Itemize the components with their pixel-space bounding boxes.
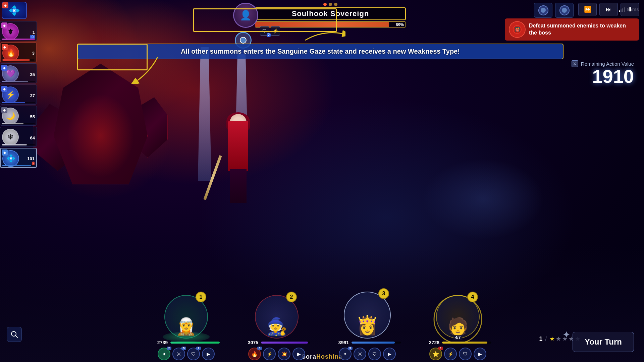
member-3-hp-value: 3991 [334, 340, 349, 345]
party-number-4: 4 [467, 292, 478, 302]
char-legs [230, 169, 247, 203]
boss-status-row: 🛡 2 ⚡ [260, 26, 280, 36]
skill-3-1-count: 5 [348, 347, 353, 350]
char-list-item-2[interactable]: 🗡 ◆ 1 0 [0, 21, 37, 41]
arrow-annotation-1 [302, 27, 345, 44]
skill-1-4[interactable]: ▶ [202, 348, 215, 360]
phase-dot-2 [329, 3, 332, 6]
auto-icon-btn[interactable] [534, 3, 552, 18]
member-1-hp-value: 2739 [153, 340, 168, 345]
action-value-icon: ⚔ [572, 60, 578, 67]
skill-1-2[interactable]: ⚔ 5 [172, 348, 185, 360]
your-turn-text: Your Turn [585, 337, 622, 346]
action-value-panel: ⚔ Remaining Action Value 1910 [572, 60, 634, 86]
member-1-aura [163, 332, 210, 342]
star-separator: / [545, 336, 547, 342]
nav-icons-group [534, 3, 574, 18]
boss-phase-dots [255, 3, 406, 6]
skip-btn[interactable]: ⏭ [599, 3, 618, 16]
skill-2-4[interactable]: ▶ [292, 348, 305, 360]
member-2-hp: 3075 [243, 340, 310, 345]
skill-3-2[interactable]: ⚔ [354, 348, 366, 360]
skill-4-1[interactable]: ⭐ 1 [429, 348, 442, 360]
sparkle-icon: ✦ [562, 329, 570, 340]
skill-4-2[interactable]: ⚡ [444, 348, 457, 360]
star-1: ★ [549, 335, 555, 343]
party-member-4[interactable]: 4 🧑 4/7 3728 [413, 295, 503, 345]
skill-1-1[interactable]: ✦ 2 [158, 348, 170, 360]
boss-header: 👤 Soulhook Sovereign 89% 🛡 2 ⚡ [238, 3, 406, 27]
skill-2-2[interactable]: ⚡ [263, 348, 276, 360]
pause-btn[interactable]: ⏸ [621, 3, 639, 16]
boss-info-panel: Soulhook Sovereign 89% [255, 3, 406, 27]
member-4-portrait-wrap: 4 🧑 4/7 [436, 295, 480, 339]
skill-1-3[interactable]: 🛡 2 [187, 348, 200, 360]
member-2-portrait-wrap: 2 🧙 [255, 295, 299, 339]
member-2-hp-fill [261, 342, 308, 344]
objective-notification: 👹 Defeat summoned enemies to weaken the … [505, 18, 639, 41]
control-buttons: ⏩ ⏭ ⏸ [578, 3, 639, 16]
char-list-boss-icon[interactable]: 💠 ◆ [2, 2, 32, 20]
skill-1-3-count: 2 [196, 347, 201, 350]
skill-2-1[interactable]: 🔥 8 [248, 348, 261, 360]
your-turn-button[interactable]: Your Turn [573, 332, 634, 352]
member-1-hp-fill [170, 342, 220, 344]
member-2-hp-row: 3075 [243, 340, 310, 345]
player-character [218, 114, 258, 208]
party-member-1[interactable]: 1 🧝 2739 [141, 295, 231, 345]
party-member-3[interactable]: 3 👸 3991 [322, 292, 413, 345]
char-list-item-6[interactable]: 🌙 ◆ 55 [0, 106, 37, 126]
member-4-skills: ⭐ 1 ⚡ 🛡 ▶ [413, 348, 503, 360]
member-3-skills: ✦ 5 ⚔ 🛡 ▶ [322, 348, 413, 360]
member-4-hp-row: 3728 [424, 340, 491, 345]
skill-2-1-count: 8 [257, 347, 262, 350]
skill-4-4[interactable]: ▶ [474, 348, 486, 360]
party-number-2: 2 [286, 292, 297, 302]
search-button[interactable] [7, 327, 22, 342]
char-list-item-7[interactable]: ❄ 64 [0, 127, 37, 147]
boss-name-text: Soulhook Sovereign [292, 9, 369, 18]
member-2-skills: 🔥 8 ⚡ 💥 ▶ [231, 348, 322, 360]
member-3-portrait-wrap: 3 👸 [344, 292, 391, 339]
boss-status-1: 🛡 2 [260, 26, 269, 36]
phase-dot-3 [334, 3, 337, 6]
char-list-item-5[interactable]: ⚡ ◆ 37 [0, 84, 37, 105]
skill-3-1[interactable]: ✦ 5 [339, 348, 352, 360]
fast-forward-btn[interactable]: ⏩ [578, 3, 597, 16]
svg-line-5 [15, 336, 17, 338]
member-3-hp: 3991 [334, 340, 401, 345]
mission-text: All other summons enters the Sanguine Ga… [181, 48, 460, 55]
boss-portrait: 👤 [233, 3, 258, 28]
boss-hp-percent: 89% [396, 22, 404, 27]
member-3-hp-row: 3991 [334, 340, 401, 345]
party-number-1: 1 [196, 292, 206, 302]
char-body [228, 121, 248, 171]
arrow-annotation-2 [131, 54, 164, 84]
boss-red-accent [67, 94, 134, 178]
skill-3-3[interactable]: 🛡 [368, 348, 381, 360]
party-number-3: 3 [378, 288, 389, 299]
member-2-hp-bar [261, 342, 310, 344]
extra-icon-btn[interactable] [555, 3, 574, 18]
skill-3-4[interactable]: ▶ [383, 348, 396, 360]
member-4-hp-bar [442, 342, 491, 344]
member-4-hp-fill [442, 342, 487, 344]
action-value-number: 1910 [572, 67, 634, 86]
member-1-skills: ✦ 2 ⚔ 5 🛡 2 ▶ [141, 348, 231, 360]
member-3-hp-fill [352, 342, 395, 344]
member-1-hp-bar [170, 342, 220, 344]
skill-1-1-count: 2 [167, 347, 171, 350]
member-4-special-value: 4/7 [453, 335, 463, 340]
skill-4-3[interactable]: 🛡 [459, 348, 472, 360]
char-list-item-8[interactable]: 💠 ◆ 101 - [0, 148, 37, 168]
member-2-hp-value: 3075 [243, 340, 258, 345]
skill-2-3[interactable]: 💥 [278, 348, 290, 360]
objective-text: Defeat summoned enemies to weaken the bo… [529, 22, 635, 37]
svg-text:👹: 👹 [515, 27, 521, 33]
char-list-item-3[interactable]: 🔥 ◆ 3 [0, 42, 37, 62]
member-4-hp: 3728 [424, 340, 491, 345]
member-3-hp-bar [352, 342, 401, 344]
char-list-item-4[interactable]: 💜 ◆ 35 [0, 63, 37, 83]
objective-icon: 👹 [509, 21, 526, 38]
party-member-2[interactable]: 2 🧙 3075 [231, 295, 322, 345]
